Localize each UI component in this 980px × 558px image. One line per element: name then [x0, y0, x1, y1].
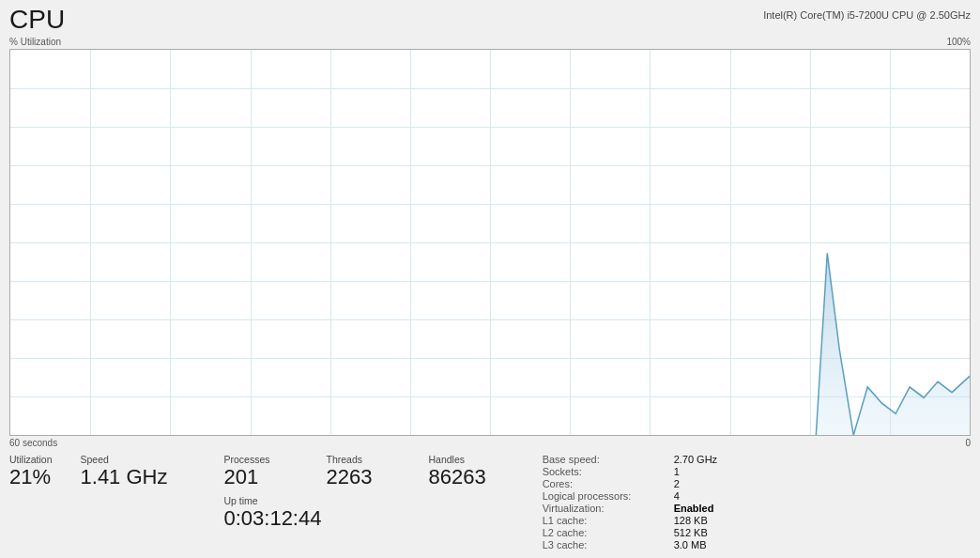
base-speed-label: Base speed: [543, 454, 674, 465]
processes-value: 201 [223, 465, 269, 489]
uptime-group: Up time 0:03:12:44 [223, 495, 513, 531]
utilization-label: Utilization [9, 454, 53, 465]
time-left: 60 seconds [9, 438, 57, 448]
l1-value: 128 KB [674, 515, 768, 526]
virt-label: Virtualization: [543, 503, 674, 514]
logical-value: 4 [674, 490, 768, 502]
handles-value: 86263 [428, 465, 485, 489]
l3-label: L3 cache: [543, 539, 674, 550]
l2-label: L2 cache: [543, 527, 674, 538]
speed-label: Speed [81, 454, 168, 465]
speed-group: Speed 1.41 GHz [81, 454, 168, 550]
processes-group: Processes 201 [223, 454, 269, 489]
y-axis-label: % Utilization [9, 37, 61, 47]
sockets-label: Sockets: [543, 466, 674, 477]
cpu-model: Intel(R) Core(TM) i5-7200U CPU @ 2.50GHz [763, 9, 971, 21]
title: CPU [9, 6, 65, 35]
logical-label: Logical processors: [543, 490, 674, 502]
chart-label-row: % Utilization 100% [9, 37, 971, 47]
threads-group: Threads 2263 [327, 454, 373, 489]
uptime-label: Up time [223, 495, 513, 506]
base-speed-value: 2.70 GHz [674, 454, 768, 465]
virt-value: Enabled [674, 503, 768, 514]
threads-value: 2263 [327, 465, 373, 489]
time-right: 0 [965, 438, 971, 448]
handles-group: Handles 86263 [428, 454, 485, 489]
utilization-value: 21% [9, 465, 53, 489]
info-table: Base speed: 2.70 GHz Sockets: 1 Cores: 2… [543, 454, 768, 550]
sockets-value: 1 [674, 466, 768, 477]
header: CPU Intel(R) Core(TM) i5-7200U CPU @ 2.5… [9, 6, 971, 35]
y-axis-max: 100% [946, 37, 971, 47]
time-row: 60 seconds 0 [9, 438, 971, 448]
uptime-value: 0:03:12:44 [223, 506, 513, 531]
utilization-group: Utilization 21% [9, 454, 53, 550]
cores-label: Cores: [543, 478, 674, 489]
stats-section: Utilization 21% Speed 1.41 GHz Processes… [9, 454, 971, 550]
handles-label: Handles [428, 454, 485, 465]
threads-label: Threads [327, 454, 373, 465]
l1-label: L1 cache: [543, 515, 674, 526]
speed-value: 1.41 GHz [81, 465, 168, 489]
cpu-chart [9, 49, 971, 436]
l3-value: 3.0 MB [674, 539, 768, 550]
l2-value: 512 KB [674, 527, 768, 538]
main-container: CPU Intel(R) Core(TM) i5-7200U CPU @ 2.5… [0, 0, 980, 558]
chart-svg [10, 50, 970, 435]
processes-label: Processes [223, 454, 269, 465]
cores-value: 2 [674, 478, 768, 489]
